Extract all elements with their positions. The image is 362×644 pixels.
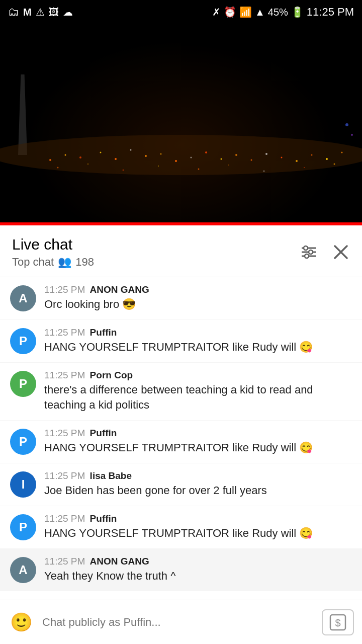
message-username: lisa Babe: [90, 470, 132, 481]
close-button[interactable]: [332, 243, 350, 261]
avatar: P: [10, 328, 36, 354]
message-username: ANON GANG: [90, 284, 149, 295]
svg-point-2: [65, 154, 66, 156]
status-bar: 🗂 M ⚠ 🖼 ☁ ✗ ⏰ 📶 ▲ 45% 🔋 11:25 PM: [0, 0, 362, 24]
svg-point-27: [263, 171, 265, 172]
message-time: 11:25 PM: [44, 284, 85, 295]
message-meta: 11:25 PM Puffin: [44, 428, 352, 439]
svg-point-30: [345, 123, 348, 126]
message-time: 11:25 PM: [44, 327, 85, 338]
video-thumbnail[interactable]: [0, 24, 362, 225]
message-time: 11:25 PM: [44, 470, 85, 481]
avatar: P: [10, 371, 36, 397]
message-time: 11:25 PM: [44, 428, 85, 438]
svg-point-29: [334, 164, 335, 165]
battery-percent: 45%: [268, 7, 288, 18]
chat-input-field[interactable]: [42, 609, 314, 635]
message-text: there's a difference between teaching a …: [44, 382, 352, 414]
svg-point-9: [175, 160, 177, 162]
message-content: 11:25 PM lisa Babe Joe Biden has been go…: [44, 470, 352, 499]
message-username: Puffin: [90, 513, 117, 524]
chat-message: A 11:25 PM ANON GANG Orc looking bro 😎: [0, 277, 362, 320]
svg-point-26: [228, 165, 229, 166]
city-lights-svg: [0, 24, 362, 225]
message-text: Joe Biden has been gone for over 2 full …: [44, 483, 352, 499]
svg-point-36: [309, 250, 313, 254]
cloud-icon: ☁: [63, 6, 73, 18]
message-text: HANG YOURSELF TRUMPTRAITOR like Rudy wil…: [44, 340, 352, 355]
cityscape-bg: [0, 24, 362, 225]
chat-header-left: Live chat Top chat 👥 198: [12, 235, 94, 269]
message-meta: 11:25 PM Puffin: [44, 327, 352, 338]
svg-point-6: [130, 149, 132, 151]
emoji-button[interactable]: 🙂: [8, 609, 34, 635]
chat-header: Live chat Top chat 👥 198: [0, 225, 362, 277]
send-button[interactable]: $: [322, 609, 354, 635]
message-text: HANG YOURSELF TRUMPTRAITOR like Rudy wil…: [44, 440, 352, 456]
chat-input-bar: 🙂 $: [0, 600, 362, 644]
message-username: Puffin: [90, 428, 117, 438]
svg-point-16: [281, 157, 283, 158]
bluetooth-icon: ✗: [212, 6, 221, 18]
wifi-icon: 📶: [239, 6, 252, 18]
avatar: A: [10, 557, 36, 583]
message-time: 11:25 PM: [44, 556, 85, 567]
youtube-red-bar: [0, 222, 362, 225]
chat-message: P 11:25 PM Porn Cop there's a difference…: [0, 363, 362, 421]
message-content: 11:25 PM ANON GANG Orc looking bro 😎: [44, 284, 352, 312]
m-icon: M: [23, 7, 32, 18]
chat-message: P 11:25 PM Puffin HANG YOURSELF TRUMPTRA…: [0, 421, 362, 463]
alarm-icon: ⏰: [224, 6, 236, 18]
message-text: Orc looking bro 😎: [44, 297, 352, 312]
message-meta: 11:25 PM ANON GANG: [44, 556, 352, 567]
status-right-info: ✗ ⏰ 📶 ▲ 45% 🔋 11:25 PM: [212, 6, 354, 19]
message-content: 11:25 PM Puffin HANG YOURSELF TRUMPTRAIT…: [44, 327, 352, 355]
svg-point-19: [326, 158, 328, 160]
live-chat-title: Live chat: [12, 235, 94, 254]
svg-point-22: [87, 164, 88, 165]
svg-point-28: [304, 167, 305, 168]
chat-message: I 11:25 PM lisa Babe Joe Biden has been …: [0, 463, 362, 506]
chat-list: A 11:25 PM ANON GANG Orc looking bro 😎 P…: [0, 277, 362, 635]
chat-message: A 11:25 PM ANON GANG Yeah they Know the …: [0, 549, 362, 592]
top-chat-label: Top chat: [12, 256, 54, 269]
message-meta: 11:25 PM Porn Cop: [44, 370, 352, 381]
svg-point-18: [311, 154, 313, 156]
message-content: 11:25 PM Puffin HANG YOURSELF TRUMPTRAIT…: [44, 428, 352, 456]
message-meta: 11:25 PM lisa Babe: [44, 470, 352, 481]
svg-point-5: [115, 158, 117, 160]
message-text: Yeah they Know the truth ^: [44, 569, 352, 584]
svg-point-7: [145, 155, 147, 157]
status-left-icons: 🗂 M ⚠ 🖼 ☁: [8, 6, 73, 19]
avatar: A: [10, 285, 36, 311]
message-text: HANG YOURSELF TRUMPTRAITOR like Rudy wil…: [44, 526, 352, 541]
svg-point-12: [221, 158, 222, 160]
svg-point-20: [341, 152, 343, 153]
message-username: Porn Cop: [90, 370, 133, 380]
svg-point-15: [265, 153, 267, 155]
viewer-count: 198: [75, 256, 94, 269]
message-content: 11:25 PM Porn Cop there's a difference b…: [44, 370, 352, 414]
avatar: I: [10, 471, 36, 498]
filter-button[interactable]: [300, 243, 318, 261]
svg-point-17: [296, 160, 298, 162]
svg-point-21: [57, 167, 59, 169]
svg-point-14: [251, 159, 252, 161]
chat-header-right[interactable]: [300, 243, 350, 261]
svg-point-13: [235, 154, 237, 156]
message-meta: 11:25 PM Puffin: [44, 513, 352, 524]
message-username: ANON GANG: [90, 556, 149, 567]
message-meta: 11:25 PM ANON GANG: [44, 284, 352, 295]
people-icon: 👥: [58, 256, 71, 269]
battery-icon: 🔋: [291, 6, 304, 18]
chat-subtitle: Top chat 👥 198: [12, 256, 94, 269]
message-time: 11:25 PM: [44, 513, 85, 524]
svg-point-8: [160, 153, 162, 155]
svg-point-10: [191, 157, 192, 158]
svg-point-1: [49, 159, 51, 161]
alert-icon: ⚠: [36, 6, 45, 18]
svg-point-3: [79, 156, 81, 158]
avatar: P: [10, 514, 36, 540]
svg-point-37: [305, 254, 309, 258]
clock: 11:25 PM: [307, 6, 354, 19]
